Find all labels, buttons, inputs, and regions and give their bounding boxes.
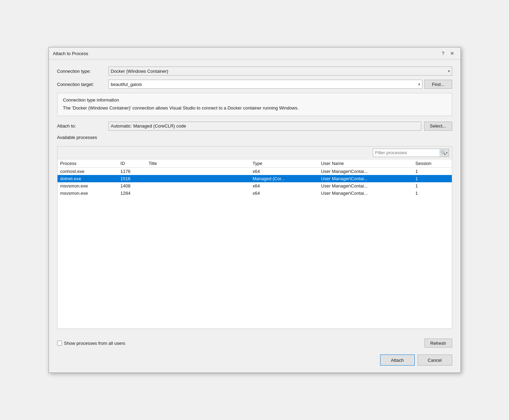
connection-type-select-wrapper: Docker (Windows Container)Default (Windo… [108,67,452,76]
attach-to-process-dialog: Attach to Process ? ✕ Connection type: D… [49,47,461,373]
bottom-bar: Show processes from all users Refresh [49,336,460,352]
process-table: Process ID Title Type User Name Session … [58,159,452,197]
info-section-title: Connection type information [63,97,446,103]
connection-type-select[interactable]: Docker (Windows Container)Default (Windo… [108,67,452,76]
cell-process: msvsmon.exe [58,182,118,190]
table-row[interactable]: msvsmon.exe1408x64User Manager\Contai...… [58,182,452,190]
cell-session: 1 [413,167,452,175]
search-icon: 🔍 [440,150,446,155]
cell-title [146,190,250,197]
cell-username: User Manager\Contai... [318,167,413,175]
title-bar: Attach to Process ? ✕ [49,47,460,60]
filter-input-wrapper: 🔍 ▾ [373,149,449,157]
cell-username: User Manager\Contai... [318,190,413,197]
cell-id: 1284 [118,190,146,197]
cell-type: x64 [250,182,318,190]
help-button[interactable]: ? [440,50,447,56]
col-username: User Name [318,159,413,168]
cancel-button[interactable]: Cancel [418,355,452,366]
process-table-body: conhost.exe1176x64User Manager\Contai...… [58,167,452,197]
table-row[interactable]: dotnet.exe1516Managed (Cor...User Manage… [58,175,452,182]
connection-type-row: Connection type: Docker (Windows Contain… [57,67,452,76]
cell-type: Managed (Cor... [250,175,318,182]
available-processes-box: 🔍 ▾ Process ID Title Type User Name [57,146,452,329]
connection-target-input[interactable] [108,80,422,89]
cell-session: 1 [413,182,452,190]
cell-session: 1 [413,190,452,197]
filter-search-button[interactable]: 🔍 ▾ [439,149,449,157]
table-row[interactable]: conhost.exe1176x64User Manager\Contai...… [58,167,452,175]
connection-type-label: Connection type: [57,69,106,74]
connection-target-wrapper [108,80,422,89]
connection-target-input-group: Find... [108,80,452,89]
cell-process: msvsmon.exe [58,190,118,197]
cell-type: x64 [250,167,318,175]
close-button[interactable]: ✕ [448,50,456,56]
col-id: ID [118,159,146,168]
cell-username: User Manager\Contai... [318,182,413,190]
attach-to-input [108,122,421,131]
info-section-text: The 'Docker (Windows Container)' connect… [63,105,446,112]
cell-title [146,182,250,190]
info-section: Connection type information The 'Docker … [57,93,452,116]
col-session: Session [413,159,452,168]
cell-id: 1408 [118,182,146,190]
dialog-title: Attach to Process [53,51,88,56]
attach-button[interactable]: Attach [380,355,415,366]
attach-to-label: Attach to: [57,123,106,129]
col-process: Process [58,159,118,168]
find-button[interactable]: Find... [424,80,452,89]
cell-username: User Manager\Contai... [318,175,413,182]
cell-session: 1 [413,175,452,182]
refresh-button[interactable]: Refresh [424,339,452,348]
cell-id: 1516 [118,175,146,182]
show-all-users-text: Show processes from all users [64,341,125,346]
col-title: Title [146,159,250,168]
show-all-users-checkbox[interactable] [57,341,62,345]
process-table-header-row: Process ID Title Type User Name Session [58,159,452,168]
connection-target-label: Connection target: [57,82,106,87]
dialog-footer: Attach Cancel [49,352,460,373]
cell-title [146,175,250,182]
dropdown-icon: ▾ [446,151,448,155]
connection-target-row: Connection target: Find... [57,80,452,89]
filter-processes-input[interactable] [373,149,449,157]
attach-to-row: Attach to: Select... [57,122,452,131]
cell-process: dotnet.exe [58,175,118,182]
cell-type: x64 [250,190,318,197]
process-table-container: Process ID Title Type User Name Session … [58,159,452,329]
dialog-body: Connection type: Docker (Windows Contain… [49,60,460,336]
col-type: Type [250,159,318,168]
filter-bar: 🔍 ▾ [58,147,452,159]
process-table-header: Process ID Title Type User Name Session [58,159,452,168]
title-bar-controls: ? ✕ [440,50,456,56]
show-all-users-label[interactable]: Show processes from all users [57,341,125,346]
cell-title [146,167,250,175]
available-processes-title: Available processes [57,135,452,140]
cell-id: 1176 [118,167,146,175]
cell-process: conhost.exe [58,167,118,175]
select-button[interactable]: Select... [424,122,452,131]
table-row[interactable]: msvsmon.exe1284x64User Manager\Contai...… [58,190,452,197]
